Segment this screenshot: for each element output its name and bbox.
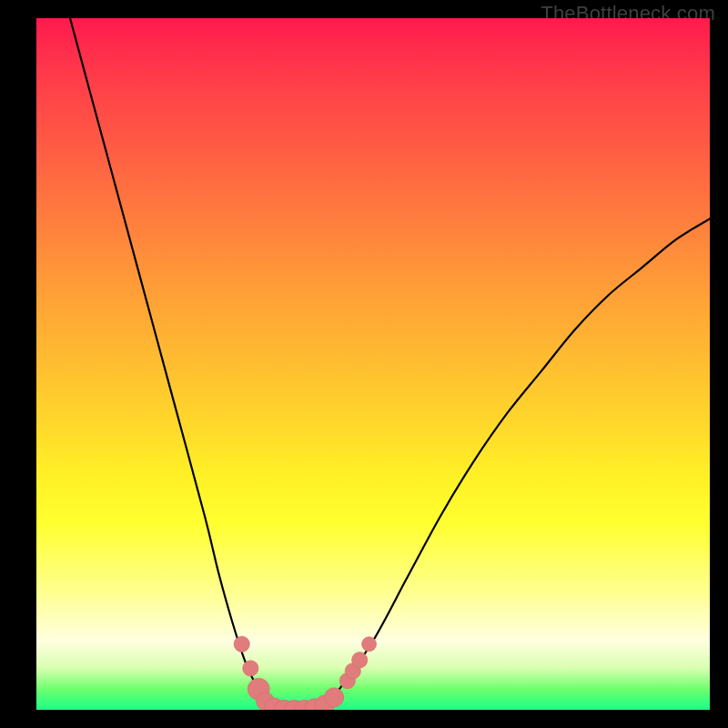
plot-area (36, 18, 710, 710)
curve-marker (362, 637, 377, 652)
chart-frame: TheBottleneck.com (0, 0, 728, 728)
curve-marker (234, 636, 249, 652)
bottleneck-curve (70, 18, 710, 710)
curve-marker (352, 652, 368, 668)
curve-markers (234, 636, 377, 710)
curve-marker (243, 661, 258, 676)
curve-marker (324, 688, 343, 707)
curve-layer (36, 18, 710, 710)
